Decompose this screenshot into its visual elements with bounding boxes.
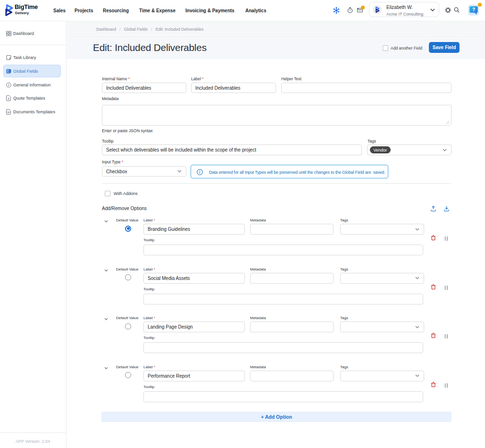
svg-text:$: $ — [8, 97, 9, 100]
svg-text:?: ? — [472, 6, 475, 12]
